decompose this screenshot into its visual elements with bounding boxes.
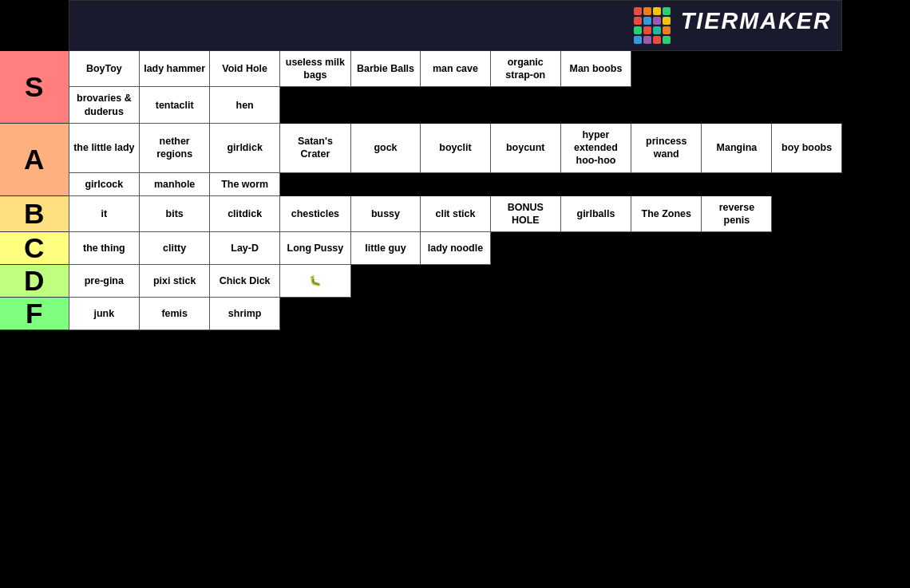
- tier-row-S-1: brovaries & duderustentaclithen: [0, 87, 910, 123]
- tier-item-S-0-6: organic strap-on: [490, 51, 560, 87]
- tier-item-A-0-7: hyper extended hoo-hoo: [560, 123, 631, 172]
- header-tier-label: [0, 1, 69, 51]
- tier-item-F-0-9: [702, 298, 772, 330]
- tier-item-B-0-6: BONUS HOLE: [490, 195, 560, 231]
- tier-item-S-0-3: useless milk bags: [280, 51, 351, 87]
- tier-item-A-0-3: Satan's Crater: [280, 123, 351, 172]
- tier-label-B: B: [0, 195, 69, 231]
- tier-item-B-0-10: [772, 195, 841, 231]
- tier-item-C-0-5: lady noodle: [421, 232, 491, 265]
- tier-item-F-0-3: [280, 298, 351, 330]
- tier-item-S-1-6: [490, 87, 560, 123]
- tier-item-C-0-4: little guy: [350, 232, 420, 265]
- logo-text: TiERMAKER: [681, 8, 832, 34]
- tier-item-F-0-11: [841, 298, 909, 330]
- tier-item-F-0-5: [421, 298, 491, 330]
- tier-item-A-0-2: girldick: [210, 123, 280, 172]
- tier-item-A-0-1: nether regions: [140, 123, 210, 172]
- tier-item-C-0-6: [490, 232, 560, 265]
- tier-item-S-0-7: Man boobs: [560, 51, 631, 87]
- tier-item-D-0-0: pre-gina: [69, 265, 139, 298]
- tier-item-A-0-6: boycunt: [490, 123, 560, 172]
- logo-cell: TiERMAKER: [69, 1, 841, 51]
- tier-item-A-0-8: princess wand: [631, 123, 702, 172]
- tier-row-A-0: Athe little ladynether regionsgirldickSa…: [0, 123, 910, 172]
- tier-item-B-0-7: girlballs: [560, 195, 631, 231]
- tier-item-C-0-3: Long Pussy: [280, 232, 351, 265]
- tier-item-A-1-5: [421, 172, 491, 195]
- tier-item-A-1-4: [350, 172, 420, 195]
- tier-item-F-0-8: [631, 298, 702, 330]
- tier-item-A-1-6: [490, 172, 560, 195]
- tier-item-S-1-10: [772, 87, 841, 123]
- tier-item-F-0-10: [772, 298, 841, 330]
- tier-item-B-0-2: clitdick: [210, 195, 280, 231]
- tier-item-A-0-4: gock: [350, 123, 420, 172]
- tier-item-S-0-8: [631, 51, 702, 87]
- tier-item-D-0-8: [631, 265, 702, 298]
- tier-row-A-1: girlcockmanholeThe worm: [0, 172, 910, 195]
- tier-item-S-1-5: [421, 87, 491, 123]
- tier-item-C-0-9: [702, 232, 772, 265]
- tier-item-C-0-11: [841, 232, 909, 265]
- tier-row-S-0: SBoyToylady hammerVoid Holeuseless milk …: [0, 51, 910, 87]
- tier-item-F-0-6: [490, 298, 560, 330]
- tier-table: TiERMAKER SBoyToylady hammerVoid Holeuse…: [0, 0, 910, 330]
- tier-item-S-1-1: tentaclit: [140, 87, 210, 123]
- tier-row-D-0: Dpre-ginapixi stickChick Dick🐛: [0, 265, 910, 298]
- tier-item-C-0-2: Lay-D: [210, 232, 280, 265]
- tier-item-S-1-11: [841, 87, 909, 123]
- tier-label-F: F: [0, 298, 69, 330]
- tier-item-C-0-0: the thing: [69, 232, 139, 265]
- tier-item-S-0-1: lady hammer: [140, 51, 210, 87]
- tier-item-A-1-0: girlcock: [69, 172, 139, 195]
- tier-item-D-0-7: [560, 265, 631, 298]
- tier-body: SBoyToylady hammerVoid Holeuseless milk …: [0, 51, 910, 330]
- tier-item-D-0-2: Chick Dick: [210, 265, 280, 298]
- tier-item-F-0-2: shrimp: [210, 298, 280, 330]
- tier-item-F-0-4: [350, 298, 420, 330]
- tier-item-S-0-0: BoyToy: [69, 51, 139, 87]
- tier-item-A-1-8: [631, 172, 702, 195]
- tier-item-A-0-5: boyclit: [421, 123, 491, 172]
- tier-item-A-0-9: Mangina: [702, 123, 772, 172]
- tier-label-A: A: [0, 123, 69, 195]
- tier-item-S-0-9: [702, 51, 772, 87]
- tier-item-S-0-2: Void Hole: [210, 51, 280, 87]
- tier-item-B-0-11: [841, 195, 909, 231]
- tier-item-A-1-1: manhole: [140, 172, 210, 195]
- tier-label-C: C: [0, 232, 69, 265]
- tier-item-S-1-3: [280, 87, 351, 123]
- logo-grid: [634, 7, 671, 44]
- tier-item-D-0-11: [841, 265, 909, 298]
- tier-item-A-0-10: boy boobs: [772, 123, 841, 172]
- tier-item-S-1-7: [560, 87, 631, 123]
- tier-item-S-1-2: hen: [210, 87, 280, 123]
- tier-label-D: D: [0, 265, 69, 298]
- tier-item-S-1-8: [631, 87, 702, 123]
- tier-item-S-0-10: [772, 51, 841, 87]
- tier-item-A-0-11: [841, 123, 909, 172]
- tier-item-D-0-10: [772, 265, 841, 298]
- tier-item-A-0-0: the little lady: [69, 123, 139, 172]
- tier-item-S-0-4: Barbie Balls: [350, 51, 420, 87]
- tier-item-S-0-11: [841, 51, 909, 87]
- tier-row-B-0: Bitbitsclitdickchesticlesbussyclit stick…: [0, 195, 910, 231]
- tier-item-A-1-11: [841, 172, 909, 195]
- tier-item-C-0-10: [772, 232, 841, 265]
- tier-item-B-0-4: bussy: [350, 195, 420, 231]
- tier-item-A-1-2: The worm: [210, 172, 280, 195]
- tier-item-B-0-8: The Zones: [631, 195, 702, 231]
- tier-item-D-0-6: [490, 265, 560, 298]
- tier-item-D-0-5: [421, 265, 491, 298]
- tier-item-B-0-1: bits: [140, 195, 210, 231]
- tier-item-B-0-5: clit stick: [421, 195, 491, 231]
- tier-item-D-0-9: [702, 265, 772, 298]
- tier-item-S-1-9: [702, 87, 772, 123]
- tier-item-D-0-3: 🐛: [280, 265, 351, 298]
- tier-item-D-0-1: pixi stick: [140, 265, 210, 298]
- tier-item-A-1-3: [280, 172, 351, 195]
- tier-item-B-0-0: it: [69, 195, 139, 231]
- tier-item-A-1-9: [702, 172, 772, 195]
- tier-item-S-1-4: [350, 87, 420, 123]
